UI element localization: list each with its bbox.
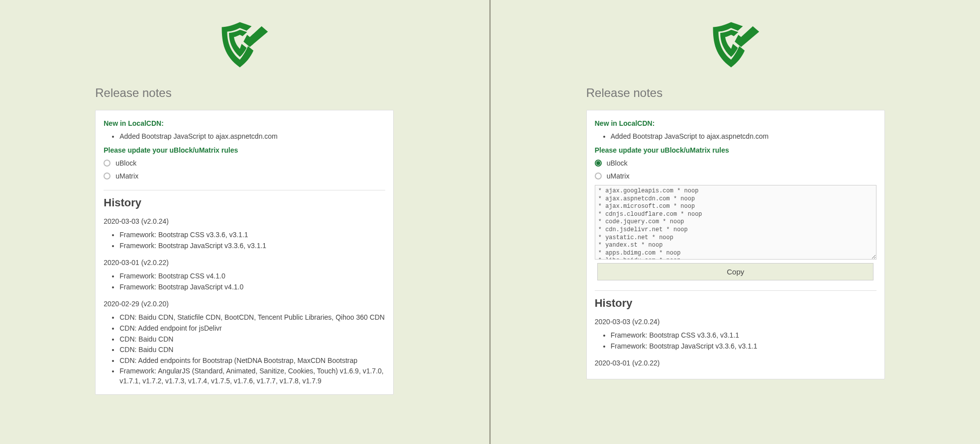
history-entry: 2020-03-01 (v2.0.22) (595, 359, 876, 367)
entry-date: 2020-03-03 (v2.0.24) (104, 217, 385, 225)
new-heading: New in LocalCDN: (595, 119, 876, 127)
page-title: Release notes (95, 86, 394, 100)
separator (104, 190, 385, 190)
rules-heading: Please update your uBlock/uMatrix rules (104, 146, 385, 154)
shield-check-icon (708, 20, 763, 70)
entry-date: 2020-03-01 (v2.0.22) (104, 259, 385, 266)
history-entry: 2020-03-01 (v2.0.22) Framework: Bootstra… (104, 259, 385, 292)
change-item: Framework: Bootstrap CSS v3.3.6, v3.1.1 (611, 331, 876, 341)
change-item: CDN: Added endpoint for jsDelivr (119, 324, 385, 334)
change-item: CDN: Added endpoints for Bootstrap (NetD… (119, 356, 385, 366)
entry-changes: Framework: Bootstrap CSS v3.3.6, v3.1.1 … (595, 331, 876, 351)
change-item: Framework: Bootstrap JavaScript v3.3.6, … (119, 241, 385, 251)
release-card: New in LocalCDN: Added Bootstrap JavaScr… (95, 110, 394, 395)
entry-date: 2020-02-29 (v2.0.20) (104, 300, 385, 308)
new-heading: New in LocalCDN: (104, 119, 385, 127)
radio-icon (104, 160, 110, 167)
history-heading: History (595, 297, 876, 310)
radio-ublock[interactable]: uBlock (595, 159, 876, 167)
change-item: Framework: Bootstrap CSS v4.1.0 (119, 271, 385, 281)
radio-ublock[interactable]: uBlock (104, 159, 385, 167)
radio-label: uBlock (607, 159, 628, 167)
change-item: Framework: Bootstrap CSS v3.3.6, v3.1.1 (119, 230, 385, 240)
logo (586, 0, 885, 86)
entry-changes: Framework: Bootstrap CSS v3.3.6, v3.1.1 … (104, 230, 385, 251)
entry-changes: Framework: Bootstrap CSS v4.1.0 Framewor… (104, 271, 385, 292)
change-item: Framework: Bootstrap JavaScript v3.3.6, … (611, 342, 876, 352)
radio-icon (104, 173, 110, 179)
history-entry: 2020-03-03 (v2.0.24) Framework: Bootstra… (595, 318, 876, 351)
new-items-list: Added Bootstrap JavaScript to ajax.aspne… (595, 132, 876, 140)
radio-umatrix[interactable]: uMatrix (595, 172, 876, 180)
radio-icon (595, 160, 602, 167)
change-item: CDN: Baidu CDN (119, 335, 385, 345)
history-entry: 2020-03-03 (v2.0.24) Framework: Bootstra… (104, 217, 385, 251)
radio-umatrix[interactable]: uMatrix (104, 172, 385, 180)
rules-textarea[interactable] (595, 185, 876, 260)
history-heading: History (104, 196, 385, 209)
shield-check-icon (217, 20, 272, 70)
history-entry: 2020-02-29 (v2.0.20) CDN: Baidu CDN, Sta… (104, 300, 385, 386)
change-item: CDN: Baidu CDN (119, 345, 385, 355)
change-item: CDN: Baidu CDN, Staticfile CDN, BootCDN,… (119, 313, 385, 323)
left-pane: Release notes New in LocalCDN: Added Boo… (0, 0, 489, 444)
release-card: New in LocalCDN: Added Bootstrap JavaScr… (586, 110, 885, 379)
entry-date: 2020-03-01 (v2.0.22) (595, 359, 876, 367)
entry-changes: CDN: Baidu CDN, Staticfile CDN, BootCDN,… (104, 313, 385, 386)
copy-button[interactable]: Copy (597, 263, 873, 280)
change-item: Framework: Bootstrap JavaScript v4.1.0 (119, 282, 385, 292)
radio-icon (595, 173, 602, 179)
new-items-list: Added Bootstrap JavaScript to ajax.aspne… (104, 132, 385, 140)
separator (595, 290, 876, 291)
radio-label: uMatrix (607, 172, 630, 180)
change-item: Framework: AngularJS (Standard, Animated… (119, 366, 385, 386)
page-title: Release notes (586, 86, 885, 100)
logo (95, 0, 394, 86)
right-pane: Release notes New in LocalCDN: Added Boo… (491, 0, 980, 444)
entry-date: 2020-03-03 (v2.0.24) (595, 318, 876, 326)
radio-label: uBlock (115, 159, 136, 167)
radio-label: uMatrix (115, 172, 138, 180)
new-item: Added Bootstrap JavaScript to ajax.aspne… (119, 132, 385, 140)
rules-heading: Please update your uBlock/uMatrix rules (595, 146, 876, 154)
new-item: Added Bootstrap JavaScript to ajax.aspne… (611, 132, 876, 140)
